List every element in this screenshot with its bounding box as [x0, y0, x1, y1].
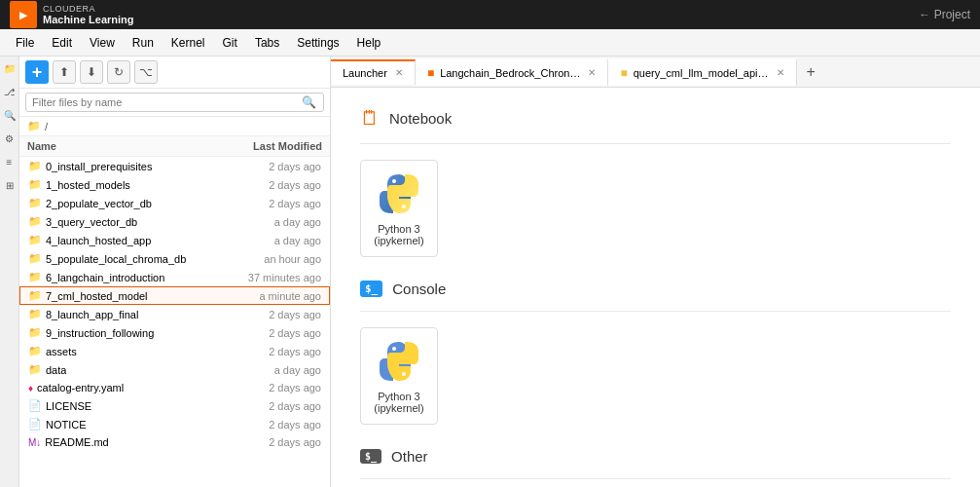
main-layout: 📁 ⎇ 🔍 ⚙ ≡ ⊞ + ⬆ ⬇ ↻ ⌥ 🔍 📁 / Name Last Mo… [0, 56, 980, 487]
project-link[interactable]: ← Project [919, 8, 970, 21]
file-date: 2 days ago [269, 436, 321, 448]
file-date: 2 days ago [269, 400, 321, 412]
upload-button[interactable]: ⬆ [53, 60, 76, 84]
file-list: 📁 0_install_prerequisites 2 days ago 📁 1… [19, 157, 330, 487]
file-date: 37 minutes ago [248, 272, 321, 283]
folder-icon: 📁 [28, 271, 42, 283]
file-name: 6_langchain_introduction [46, 272, 164, 283]
file-name: catalog-entry.yaml [37, 382, 124, 393]
folder-icon: 📁 [28, 252, 42, 265]
tab-launcher-close[interactable]: ✕ [395, 67, 403, 78]
md-icon: M↓ [28, 437, 41, 448]
file-row[interactable]: 📁 5_populate_local_chroma_db an hour ago [19, 249, 330, 268]
content-area: Launcher ✕ ■ Langchain_Bedrock_Chron… ✕ … [331, 56, 980, 487]
file-row[interactable]: 📁 7_cml_hosted_model a minute ago [19, 286, 330, 305]
breadcrumb: 📁 / [19, 117, 330, 136]
refresh-button[interactable]: ↻ [107, 60, 130, 84]
filter-input[interactable] [25, 93, 324, 112]
file-row[interactable]: 📁 assets 2 days ago [19, 342, 330, 360]
menu-kernel[interactable]: Kernel [163, 33, 213, 53]
menu-view[interactable]: View [82, 33, 123, 53]
file-name: 9_instruction_following [46, 327, 154, 339]
download-button[interactable]: ⬇ [80, 60, 103, 84]
notebook-cards-row: Python 3(ipykernel) [360, 160, 951, 257]
folder-icon: 📁 [28, 178, 42, 191]
menu-file[interactable]: File [8, 33, 42, 53]
sidebar-gear-icon[interactable]: ⚙ [2, 131, 18, 146]
file-row[interactable]: M↓ README.md 2 days ago [19, 433, 330, 451]
file-date: a day ago [274, 216, 321, 228]
file-row[interactable]: 📁 2_populate_vector_db 2 days ago [19, 194, 330, 212]
file-row[interactable]: 📁 6_langchain_introduction 37 minutes ag… [19, 268, 330, 286]
file-date: 2 days ago [269, 161, 321, 172]
file-row[interactable]: 📁 3_query_vector_db a day ago [19, 212, 330, 231]
console-section-icon: $_ [360, 281, 382, 297]
file-row[interactable]: ♦ catalog-entry.yaml 2 days ago [19, 379, 330, 396]
file-row[interactable]: 📁 data a day ago [19, 360, 330, 379]
file-panel: + ⬆ ⬇ ↻ ⌥ 🔍 📁 / Name Last Modified 📁 0_i… [19, 56, 331, 487]
tab-query-close[interactable]: ✕ [777, 67, 784, 78]
launcher-content: 🗒 Notebook [331, 88, 980, 487]
menu-edit[interactable]: Edit [44, 33, 80, 53]
file-row[interactable]: 📄 LICENSE 2 days ago [19, 396, 330, 415]
svg-point-3 [402, 372, 406, 376]
console-cards-row: Python 3(ipykernel) [360, 327, 951, 425]
console-python-icon [376, 338, 422, 385]
sidebar-folder-icon[interactable]: 📁 [2, 60, 18, 76]
file-date: a day ago [274, 364, 321, 376]
tab-langchain[interactable]: ■ Langchain_Bedrock_Chron… ✕ [416, 58, 609, 86]
file-date: 2 days ago [269, 198, 321, 209]
file-name: 2_populate_vector_db [46, 198, 152, 209]
folder-icon: 📁 [28, 345, 42, 357]
menu-settings[interactable]: Settings [289, 33, 346, 53]
new-file-button[interactable]: + [25, 60, 49, 84]
sidebar-menu-icon[interactable]: ≡ [2, 154, 18, 169]
tab-launcher[interactable]: Launcher ✕ [331, 59, 416, 85]
file-row[interactable]: 📄 NOTICE 2 days ago [19, 415, 330, 433]
console-section-header: $_ Console [360, 281, 951, 297]
tab-langchain-close[interactable]: ✕ [588, 67, 596, 78]
tab-add-button[interactable]: + [797, 59, 825, 85]
sidebar-block-icon[interactable]: ⊞ [2, 177, 18, 193]
menu-help[interactable]: Help [349, 33, 389, 53]
file-name: data [46, 364, 66, 376]
file-name: LICENSE [46, 400, 91, 412]
folder-icon: 📁 [28, 234, 42, 246]
notebook-python-icon [376, 170, 422, 217]
file-row[interactable]: 📁 1_hosted_models 2 days ago [19, 175, 330, 194]
menu-tabs[interactable]: Tabs [247, 33, 287, 53]
file-row[interactable]: 📁 4_launch_hosted_app a day ago [19, 231, 330, 249]
tab-langchain-icon: ■ [427, 66, 434, 80]
file-row[interactable]: 📁 0_install_prerequisites 2 days ago [19, 157, 330, 175]
tab-langchain-label: Langchain_Bedrock_Chron… [440, 67, 580, 79]
menu-run[interactable]: Run [125, 33, 162, 53]
tab-launcher-label: Launcher [343, 67, 387, 79]
file-name: 3_query_vector_db [46, 216, 137, 228]
tab-query-icon: ■ [620, 66, 627, 80]
file-date: a minute ago [259, 290, 321, 302]
folder-icon: 📁 [28, 215, 42, 228]
folder-icon: 📁 [28, 363, 42, 376]
notebook-python3-label: Python 3(ipykernel) [374, 223, 423, 246]
file-name: 8_launch_app_final [46, 309, 138, 320]
file-toolbar: + ⬆ ⬇ ↻ ⌥ [19, 56, 330, 89]
menu-git[interactable]: Git [215, 33, 245, 53]
file-row[interactable]: 📁 8_launch_app_final 2 days ago [19, 305, 330, 323]
file-row[interactable]: 📁 9_instruction_following 2 days ago [19, 323, 330, 342]
console-python3-card[interactable]: Python 3(ipykernel) [360, 327, 438, 425]
sidebar-search-icon[interactable]: 🔍 [2, 107, 18, 123]
file-name: assets [46, 346, 77, 357]
svg-point-0 [392, 179, 396, 183]
sidebar-git-icon[interactable]: ⎇ [2, 84, 18, 99]
git-button[interactable]: ⌥ [134, 60, 158, 84]
file-date: 2 days ago [269, 309, 321, 320]
folder-icon: 📁 [28, 160, 42, 172]
filter-bar: 🔍 [19, 89, 330, 117]
tab-query-label: query_cml_llm_model_api… [634, 67, 769, 79]
file-date: 2 days ago [269, 179, 321, 191]
tab-query[interactable]: ■ query_cml_llm_model_api… ✕ [608, 58, 796, 86]
notebook-python3-card[interactable]: Python 3(ipykernel) [360, 160, 438, 257]
yaml-icon: ♦ [28, 383, 33, 393]
other-section-header: $_ Other [360, 448, 951, 465]
filter-search-icon: 🔍 [302, 95, 316, 109]
